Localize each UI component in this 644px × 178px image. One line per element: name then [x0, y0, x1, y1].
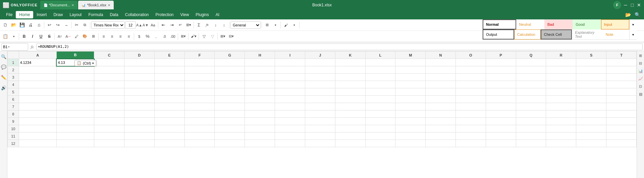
cell-G5[interactable] — [215, 88, 245, 96]
right-sidebar-icon-1[interactable]: ⊞ — [638, 53, 643, 59]
style-note-cell[interactable]: Note — [603, 29, 629, 39]
col-header-D[interactable]: D — [124, 52, 155, 59]
cell-O9[interactable] — [455, 118, 486, 125]
cell-G4[interactable] — [215, 81, 245, 88]
cell-R3[interactable] — [546, 74, 576, 81]
decrease-font-button[interactable]: A▼ — [143, 22, 149, 28]
cell-R2[interactable] — [546, 66, 576, 74]
cell-P5[interactable] — [486, 88, 516, 96]
cell-C8[interactable] — [94, 110, 124, 118]
style-check-cell[interactable]: Check Cell — [541, 29, 572, 39]
style-output-cell[interactable]: Output — [483, 29, 514, 39]
cell-J3[interactable] — [305, 74, 335, 81]
number-format-select[interactable]: General — [230, 21, 261, 29]
close-button[interactable]: ✕ — [637, 3, 641, 7]
redo-button[interactable]: ↪ — [54, 21, 62, 29]
cell-A5[interactable] — [19, 88, 56, 96]
tab-book-close[interactable]: ✕ — [108, 3, 110, 7]
cell-D1[interactable] — [124, 59, 155, 66]
cell-Q11[interactable] — [516, 132, 546, 140]
cell-K9[interactable] — [335, 118, 365, 125]
cell-O4[interactable] — [455, 81, 486, 88]
cell-D11[interactable] — [124, 132, 155, 140]
decrease-decimal-button[interactable]: .0 — [160, 32, 168, 40]
cell-J4[interactable] — [305, 81, 335, 88]
cell-L5[interactable] — [365, 88, 395, 96]
cell-C2[interactable] — [94, 66, 124, 74]
cell-S6[interactable] — [576, 96, 606, 103]
cell-L3[interactable] — [365, 74, 395, 81]
cell-R7[interactable] — [546, 103, 576, 110]
cell-K3[interactable] — [335, 74, 365, 81]
cell-Q8[interactable] — [516, 110, 546, 118]
indent-right-button[interactable]: ⇥ — [168, 21, 176, 29]
cell-G1[interactable] — [215, 59, 245, 66]
styles-more-button[interactable]: ▾ — [629, 19, 637, 29]
cell-E3[interactable] — [154, 74, 184, 81]
cell-H6[interactable] — [245, 96, 275, 103]
cell-D7[interactable] — [124, 103, 155, 110]
cell-Q5[interactable] — [516, 88, 546, 96]
col-header-C[interactable]: C — [94, 52, 124, 59]
col-header-H[interactable]: H — [245, 52, 275, 59]
cell-N11[interactable] — [426, 132, 456, 140]
cell-M11[interactable] — [395, 132, 426, 140]
italic-button[interactable]: I — [29, 32, 37, 40]
maximize-button[interactable]: □ — [630, 3, 635, 7]
cell-L1[interactable] — [365, 59, 395, 66]
cell-L7[interactable] — [365, 103, 395, 110]
cell-E10[interactable] — [154, 125, 184, 132]
cell-T9[interactable] — [606, 118, 637, 125]
cell-O10[interactable] — [455, 125, 486, 132]
sidebar-comment-icon[interactable]: 💬 — [0, 64, 7, 71]
delete-cell-button[interactable]: ⊟▾ — [227, 32, 235, 40]
cell-D10[interactable] — [124, 125, 155, 132]
cell-K10[interactable] — [335, 125, 365, 132]
style-neutral-cell[interactable]: Neutral — [516, 19, 544, 29]
right-sidebar-icon-2[interactable]: ⊟ — [638, 60, 643, 67]
cell-E2[interactable] — [154, 66, 184, 74]
styles-more-button-2[interactable]: ▾ — [629, 29, 637, 39]
cell-T4[interactable] — [606, 81, 637, 88]
cell-P12[interactable] — [486, 140, 516, 147]
bold-button[interactable]: B — [20, 32, 28, 40]
cell-H3[interactable] — [245, 74, 275, 81]
cell-H4[interactable] — [245, 81, 275, 88]
cell-M2[interactable] — [395, 66, 426, 74]
open-file-button[interactable]: 📂 — [10, 21, 18, 29]
row-header-5[interactable]: 5 — [8, 88, 19, 96]
cell-N10[interactable] — [426, 125, 456, 132]
cell-D9[interactable] — [124, 118, 155, 125]
increase-decimal-button[interactable]: .00 — [169, 32, 177, 40]
cell-Q3[interactable] — [516, 74, 546, 81]
cell-F9[interactable] — [184, 118, 215, 125]
cell-H7[interactable] — [245, 103, 275, 110]
cell-G7[interactable] — [215, 103, 245, 110]
cell-B7[interactable] — [56, 103, 94, 110]
row-header-8[interactable]: 8 — [8, 110, 19, 118]
cell-S2[interactable] — [576, 66, 606, 74]
cell-K12[interactable] — [335, 140, 365, 147]
row-header-11[interactable]: 11 — [8, 132, 19, 140]
strikethrough-button[interactable]: S — [45, 32, 53, 40]
cell-N4[interactable] — [426, 81, 456, 88]
right-sidebar-icon-6[interactable]: ▤ — [638, 91, 643, 97]
cell-O3[interactable] — [455, 74, 486, 81]
cell-D3[interactable] — [124, 74, 155, 81]
cell-D6[interactable] — [124, 96, 155, 103]
row-header-7[interactable]: 7 — [8, 103, 19, 110]
cell-Q9[interactable] — [516, 118, 546, 125]
sidebar-edit-icon[interactable]: ✏️ — [0, 74, 7, 81]
cell-T8[interactable] — [606, 110, 637, 118]
menu-collaboration[interactable]: Collaboration — [122, 11, 152, 18]
cell-D5[interactable] — [124, 88, 155, 96]
underline-button[interactable]: U — [37, 32, 45, 40]
filter-button[interactable]: ▽ — [200, 32, 208, 40]
cell-M9[interactable] — [395, 118, 426, 125]
cell-K7[interactable] — [335, 103, 365, 110]
cell-M12[interactable] — [395, 140, 426, 147]
cell-I2[interactable] — [275, 66, 305, 74]
cell-A9[interactable] — [19, 118, 56, 125]
cell-C11[interactable] — [94, 132, 124, 140]
print-button[interactable]: 🖨 — [26, 21, 35, 29]
